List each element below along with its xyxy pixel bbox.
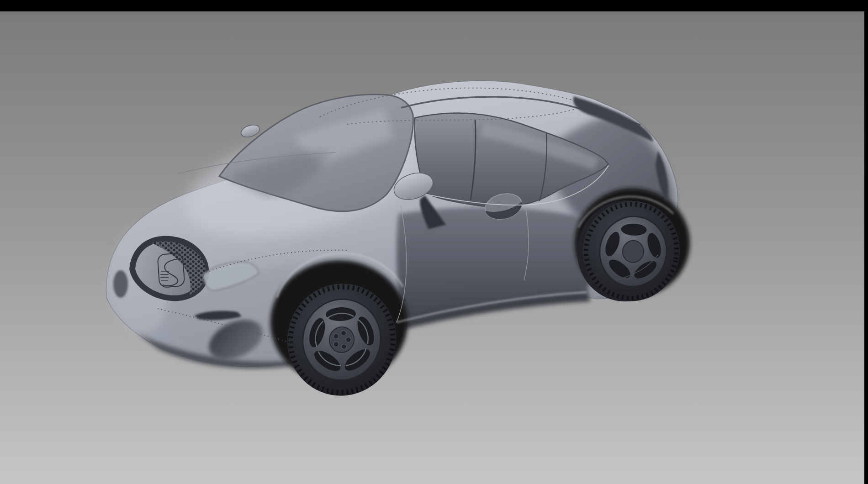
render-viewport [0, 0, 868, 484]
right-black-bar [864, 0, 868, 484]
front-edge-slot [113, 270, 128, 298]
top-black-bar [0, 0, 868, 11]
car-render-canvas [0, 0, 868, 484]
